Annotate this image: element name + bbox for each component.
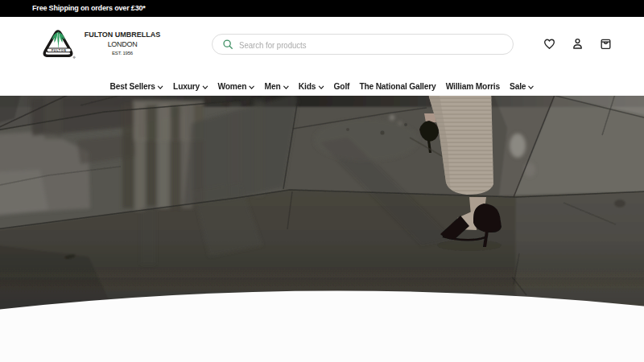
svg-text:FULTON: FULTON bbox=[52, 49, 67, 52]
